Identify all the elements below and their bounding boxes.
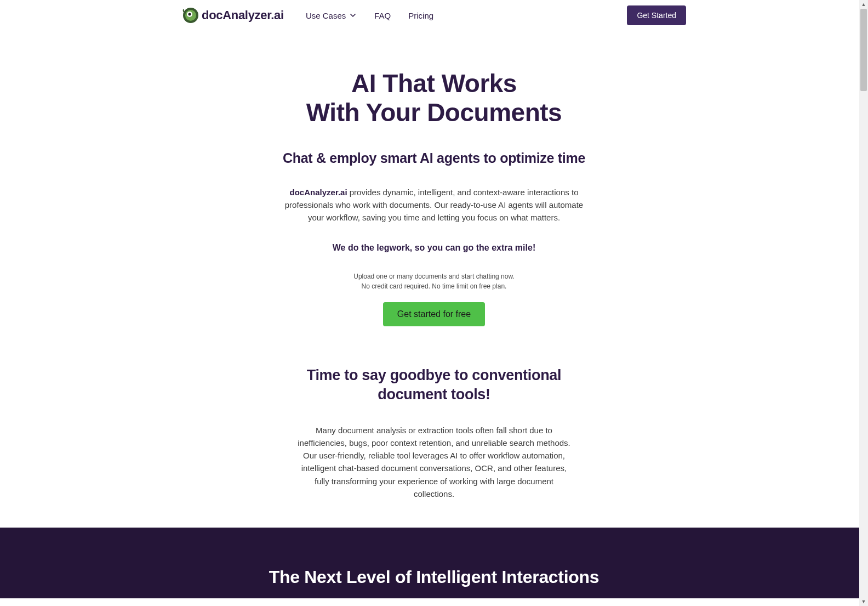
section-goodbye-title: Time to say goodbye to conventional docu…	[281, 366, 587, 404]
dark-section-wrapper: The Next Level of Intelligent Interactio…	[0, 528, 868, 598]
nav-links: Use Cases FAQ Pricing	[306, 11, 433, 20]
svg-point-3	[189, 13, 191, 16]
hero-small-text-line1: Upload one or many documents and start c…	[353, 273, 515, 280]
hero-title-line1: AI That Works	[351, 69, 517, 98]
nav-pricing[interactable]: Pricing	[408, 11, 433, 20]
scrollbar-arrow-down-icon[interactable]: ▼	[859, 597, 868, 598]
scrollbar[interactable]: ▲ ▼	[859, 0, 868, 598]
scrollbar-arrow-up-icon[interactable]: ▲	[859, 0, 868, 9]
logo-text: docAnalyzer.ai	[202, 8, 284, 22]
hero-title-line2: With Your Documents	[306, 98, 562, 127]
hero-small-text: Upload one or many documents and start c…	[259, 271, 609, 291]
chevron-down-icon	[349, 12, 357, 19]
section-goodbye: Time to say goodbye to conventional docu…	[281, 326, 587, 501]
logo[interactable]: docAnalyzer.ai	[182, 7, 284, 24]
hero-description: docAnalyzer.ai provides dynamic, intelli…	[281, 186, 587, 224]
nav-faq-label: FAQ	[374, 11, 391, 20]
get-started-button-main[interactable]: Get started for free	[383, 302, 485, 326]
hero-tagline: We do the legwork, so you can go the ext…	[259, 243, 609, 253]
get-started-button-header[interactable]: Get Started	[627, 5, 686, 25]
hero-small-text-line2: No credit card required. No time limit o…	[362, 282, 507, 290]
hero-title: AI That Works With Your Documents	[259, 69, 609, 127]
header: docAnalyzer.ai Use Cases FAQ Pricing Get…	[81, 0, 787, 31]
nav-pricing-label: Pricing	[408, 11, 433, 20]
section-goodbye-description: Many document analysis or extraction too…	[294, 424, 574, 501]
hero-description-bold: docAnalyzer.ai	[290, 188, 347, 197]
scrollbar-thumb[interactable]	[860, 9, 867, 91]
dark-section-title: The Next Level of Intelligent Interactio…	[81, 567, 787, 587]
nav-use-cases[interactable]: Use Cases	[306, 11, 357, 20]
dark-section: The Next Level of Intelligent Interactio…	[81, 528, 787, 598]
logo-icon	[182, 7, 199, 24]
hero-section: AI That Works With Your Documents Chat &…	[259, 31, 609, 326]
nav-use-cases-label: Use Cases	[306, 11, 346, 20]
nav-faq[interactable]: FAQ	[374, 11, 391, 20]
hero-subtitle: Chat & employ smart AI agents to optimiz…	[259, 150, 609, 166]
